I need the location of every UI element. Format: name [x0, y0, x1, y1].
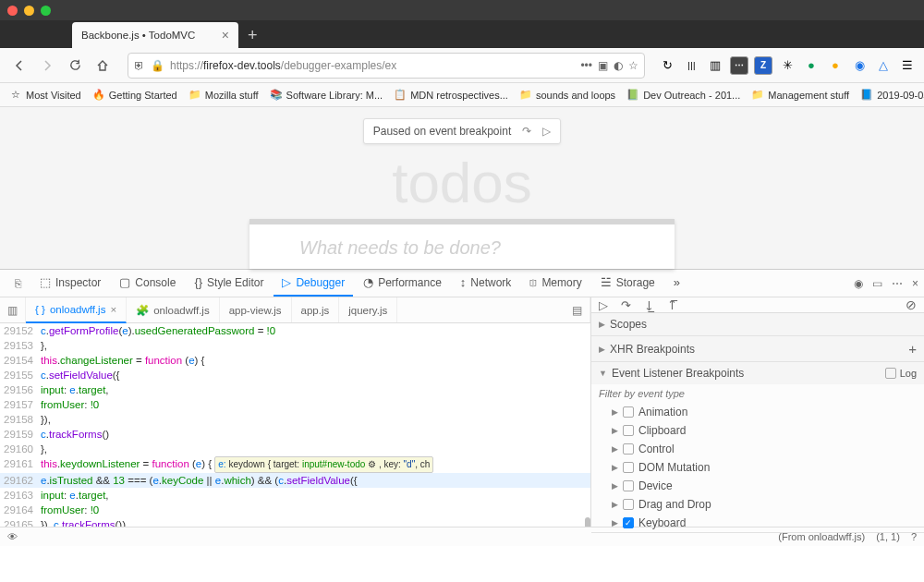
file-tab[interactable]: app-view.js [220, 297, 292, 322]
line-number[interactable]: 29157 [0, 397, 41, 412]
ext-icon-tri[interactable]: △ [874, 56, 893, 75]
line-number[interactable]: 29162 [0, 473, 41, 488]
line-number[interactable]: 29155 [0, 368, 41, 382]
kebab-icon[interactable]: ⋯ [892, 277, 903, 290]
ext-icon-green[interactable]: ● [802, 56, 821, 75]
line-number[interactable]: 29154 [0, 353, 41, 368]
tab-performance[interactable]: ◔Performance [355, 270, 450, 297]
reader-icon[interactable]: ▣ [598, 59, 608, 72]
browser-tab[interactable]: Backbone.js • TodoMVC × [72, 22, 238, 48]
reload-button[interactable] [63, 54, 87, 78]
file-tab[interactable]: app.js [292, 297, 340, 322]
event-filter-input[interactable] [591, 384, 924, 403]
dock-icon[interactable]: ⎘ [6, 272, 30, 296]
line-number[interactable]: 29159 [0, 427, 41, 442]
tab-style-editor[interactable]: {}Style Editor [186, 270, 272, 297]
line-number[interactable]: 29152 [0, 323, 41, 338]
line-number[interactable]: 29161 [0, 456, 41, 473]
line-number[interactable]: 29153 [0, 338, 41, 353]
file-tab[interactable]: jquery.js [339, 297, 397, 322]
event-listener-section[interactable]: ▼Event Listener BreakpointsLog [591, 362, 924, 384]
ext-icon-yellow[interactable]: ● [826, 56, 845, 75]
home-button[interactable] [91, 54, 115, 78]
eye-icon[interactable]: 👁 [7, 531, 18, 542]
event-category[interactable]: ▶Animation [591, 403, 924, 421]
ext-icon-gear[interactable]: ✳ [778, 56, 796, 75]
step-out-button[interactable]: ↑̅ [667, 298, 677, 312]
category-checkbox[interactable] [623, 425, 634, 436]
close-devtools-icon[interactable]: × [912, 277, 918, 290]
event-category[interactable]: ▶Drag and Drop [591, 495, 924, 514]
category-checkbox[interactable] [623, 406, 634, 418]
step-over-button[interactable]: ↷ [621, 298, 631, 312]
resume-icon[interactable]: ▷ [542, 125, 551, 138]
bookmark-item[interactable]: 📁sounds and loops [516, 87, 619, 103]
help-icon[interactable]: ? [911, 531, 917, 542]
close-window-button[interactable] [7, 6, 18, 16]
bookmark-item[interactable]: 📁Management stuff [748, 87, 853, 103]
library-icon[interactable]: ⫼ [682, 56, 700, 75]
close-file-icon[interactable]: × [110, 304, 116, 315]
bookmark-item[interactable]: 📗Dev Outreach - 201... [623, 87, 744, 103]
address-bar[interactable]: ⛨ 🔒 https://firefox-dev.tools/debugger-e… [128, 53, 645, 79]
bookmark-star-icon[interactable]: ☆ [628, 59, 638, 72]
event-category[interactable]: ▶DOM Mutation [591, 458, 924, 477]
sources-tree-icon[interactable]: ▥ [0, 297, 26, 322]
event-category[interactable]: ▶Device [591, 477, 924, 495]
close-tab-icon[interactable]: × [222, 28, 229, 42]
new-todo-input[interactable]: What needs to be done? [249, 219, 675, 269]
step-over-icon[interactable]: ↷ [522, 125, 531, 138]
ext-icon-blue[interactable]: ◉ [850, 56, 869, 75]
line-number[interactable]: 29165 [0, 517, 41, 527]
step-in-button[interactable]: ↓̲ [644, 298, 654, 312]
category-checkbox[interactable] [623, 480, 634, 491]
more-icon[interactable]: ••• [580, 59, 592, 72]
outline-icon[interactable]: ▤ [565, 297, 590, 322]
screenshot-icon[interactable]: ◉ [854, 277, 863, 290]
line-number[interactable]: 29158 [0, 412, 41, 427]
tab-memory[interactable]: ⎅Memory [521, 270, 590, 297]
maximize-window-button[interactable] [41, 6, 51, 16]
category-checkbox[interactable] [623, 462, 634, 473]
tab-network[interactable]: ↕Network [452, 270, 520, 297]
bookmark-item[interactable]: 📋MDN retrospectives... [390, 87, 512, 103]
bookmark-item[interactable]: 📁Mozilla stuff [185, 87, 262, 103]
bookmark-item[interactable]: ☆Most Visited [6, 87, 85, 103]
file-tab-active[interactable]: { }onloadwff.js× [26, 297, 127, 323]
scrollbar-thumb[interactable] [585, 517, 590, 527]
category-checkbox[interactable] [623, 499, 634, 510]
history-icon[interactable]: ↻ [658, 56, 676, 75]
line-number[interactable]: 29160 [0, 442, 41, 456]
log-checkbox[interactable] [885, 368, 896, 379]
line-number[interactable]: 29156 [0, 382, 41, 397]
bookmark-item[interactable]: 🔥Getting Started [89, 87, 181, 103]
pocket-icon[interactable]: ◐ [614, 59, 623, 72]
ext-icon-1[interactable]: ⋯ [730, 56, 748, 75]
responsive-icon[interactable]: ▭ [872, 277, 882, 290]
event-category[interactable]: ▶Clipboard [591, 421, 924, 440]
back-button[interactable] [7, 54, 31, 78]
ext-icon-z[interactable]: Z [754, 56, 772, 75]
line-number[interactable]: 29163 [0, 488, 41, 503]
tabs-overflow[interactable]: » [665, 270, 688, 297]
line-number[interactable]: 29164 [0, 503, 41, 517]
category-checkbox[interactable]: ✓ [623, 517, 634, 528]
tab-debugger[interactable]: ▷Debugger [274, 270, 353, 297]
tab-console[interactable]: ▢Console [111, 270, 184, 297]
event-category[interactable]: ▶Control [591, 440, 924, 458]
new-tab-button[interactable]: + [238, 22, 267, 48]
scopes-section[interactable]: ▶Scopes [591, 313, 924, 335]
tab-storage[interactable]: ☱Storage [592, 270, 663, 297]
add-xhr-icon[interactable]: + [908, 341, 917, 357]
file-tab[interactable]: 🧩onloadwff.js [127, 297, 220, 322]
hamburger-menu-icon[interactable]: ☰ [898, 56, 917, 75]
resume-button[interactable]: ▷ [599, 298, 608, 312]
event-category[interactable]: ▶✓Keyboard [591, 514, 924, 532]
disable-breakpoints-icon[interactable]: ⊘ [906, 297, 917, 312]
bookmark-item[interactable]: 📘2019-09-05 Dev Do... [857, 87, 924, 103]
xhr-breakpoints-section[interactable]: ▶XHR Breakpoints+ [591, 336, 924, 361]
forward-button[interactable] [35, 54, 59, 78]
bookmark-item[interactable]: 📚Software Library: M... [266, 87, 387, 103]
sidebar-icon[interactable]: ▥ [706, 56, 724, 75]
tab-inspector[interactable]: ⬚Inspector [31, 270, 109, 297]
